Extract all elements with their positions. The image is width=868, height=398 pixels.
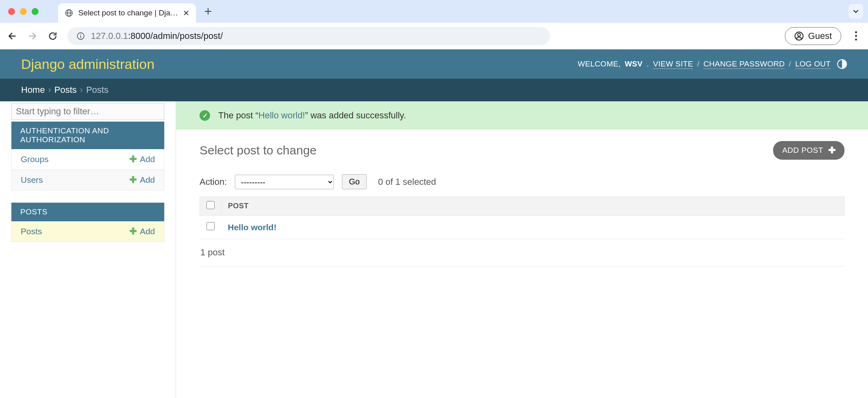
sidebar-item-groups: Groups ✚ Add (11, 149, 164, 170)
row-link[interactable]: Hello world! (228, 223, 277, 232)
tabs-dropdown-button[interactable] (849, 4, 863, 19)
app-posts: POSTS Posts ✚ Add (11, 203, 164, 242)
change-password-link[interactable]: CHANGE PASSWORD (703, 60, 785, 69)
actions-bar: Action: --------- Go 0 of 1 selected (200, 174, 844, 189)
add-post-label: ADD POST (782, 146, 823, 155)
page-title: Select post to change (200, 143, 317, 157)
plus-icon: ✚ (129, 154, 137, 165)
plus-icon: ✚ (129, 226, 137, 237)
minimize-window-button[interactable] (20, 8, 27, 15)
address-bar[interactable]: 127.0.0.1:8000/admin/posts/post/ (67, 27, 550, 45)
close-tab-icon[interactable] (183, 10, 189, 16)
posts-add-link[interactable]: ✚ Add (129, 226, 155, 237)
go-button[interactable]: Go (342, 174, 367, 189)
success-message: ✓ The post “Hello world!” was added succ… (176, 101, 868, 130)
new-tab-button[interactable] (200, 3, 216, 19)
browser-chrome: Select post to change | Djang (0, 0, 868, 49)
changelist-table: POST Hello world! (200, 197, 844, 239)
msg-pre: The post “ (218, 110, 258, 120)
breadcrumb-app[interactable]: Posts (54, 85, 77, 95)
groups-add-link[interactable]: ✚ Add (129, 154, 155, 165)
log-out-link[interactable]: LOG OUT (795, 60, 831, 69)
sidebar-item-posts: Posts ✚ Add (11, 221, 164, 242)
theme-toggle-icon[interactable] (837, 59, 847, 69)
table-row: Hello world! (200, 216, 844, 239)
view-site-link[interactable]: VIEW SITE (653, 60, 693, 69)
browser-toolbar: 127.0.0.1:8000/admin/posts/post/ Guest (0, 23, 868, 49)
plus-icon: ✚ (129, 175, 137, 185)
add-post-button[interactable]: ADD POST ✚ (773, 141, 844, 160)
item-count: 1 post (200, 239, 844, 266)
groups-link[interactable]: Groups (21, 154, 49, 164)
svg-point-11 (80, 34, 81, 34)
users-add-link[interactable]: ✚ Add (129, 175, 155, 185)
filter-input-wrapper (11, 103, 164, 120)
plus-icon: ✚ (828, 145, 836, 156)
brand-title[interactable]: Django administration (21, 56, 155, 72)
app-auth-caption[interactable]: AUTHENTICATION AND AUTHORIZATION (11, 122, 164, 149)
action-select[interactable]: --------- (235, 175, 334, 189)
success-text: The post “Hello world!” was added succes… (218, 110, 406, 121)
breadcrumb: Home › Posts › Posts (0, 79, 868, 101)
admin-sidebar: AUTHENTICATION AND AUTHORIZATION Groups … (0, 101, 176, 398)
row-checkbox[interactable] (206, 222, 215, 230)
svg-point-13 (798, 33, 801, 36)
select-all-cell (200, 197, 221, 216)
django-admin: Django administration WELCOME, WSV. VIEW… (0, 49, 868, 398)
tab-strip: Select post to change | Djang (0, 0, 868, 23)
filter-input[interactable] (16, 106, 160, 117)
selection-counter: 0 of 1 selected (378, 177, 436, 187)
breadcrumb-current: Posts (86, 85, 108, 95)
admin-header: Django administration WELCOME, WSV. VIEW… (0, 49, 868, 79)
users-link[interactable]: Users (21, 175, 43, 185)
url-text: 127.0.0.1:8000/admin/posts/post/ (91, 31, 223, 41)
admin-main: ✓ The post “Hello world!” was added succ… (176, 101, 868, 398)
msg-post: ” was added successfully. (305, 110, 406, 120)
app-auth: AUTHENTICATION AND AUTHORIZATION Groups … (11, 122, 164, 190)
url-host: 127.0.0.1 (91, 31, 128, 41)
browser-tab[interactable]: Select post to change | Djang (58, 3, 196, 23)
content-header: Select post to change ADD POST ✚ (200, 141, 844, 160)
action-label: Action: (200, 177, 227, 187)
add-label: Add (140, 154, 155, 164)
select-all-checkbox[interactable] (206, 201, 215, 209)
app-posts-caption[interactable]: POSTS (11, 203, 164, 221)
profile-chip[interactable]: Guest (785, 27, 841, 45)
user-tools: WELCOME, WSV. VIEW SITE / CHANGE PASSWOR… (578, 59, 847, 69)
msg-object-link[interactable]: Hello world! (258, 110, 305, 120)
forward-button[interactable] (27, 30, 38, 42)
back-button[interactable] (6, 30, 18, 42)
username: WSV (625, 60, 642, 68)
chevron-right-icon: › (80, 85, 83, 95)
check-icon: ✓ (200, 110, 210, 121)
globe-icon (64, 9, 73, 17)
close-window-button[interactable] (8, 8, 15, 15)
site-info-icon[interactable] (76, 32, 85, 41)
reload-button[interactable] (47, 30, 58, 42)
posts-link[interactable]: Posts (21, 227, 42, 236)
breadcrumb-home[interactable]: Home (21, 85, 45, 95)
add-label: Add (140, 175, 155, 185)
tab-title: Select post to change | Djang (78, 9, 178, 17)
welcome-text: WELCOME, (578, 60, 621, 68)
url-path: :8000/admin/posts/post/ (128, 31, 223, 41)
column-header-post[interactable]: POST (221, 197, 844, 216)
profile-label: Guest (808, 31, 832, 41)
add-label: Add (140, 227, 155, 236)
window-controls (8, 0, 39, 23)
maximize-window-button[interactable] (32, 8, 39, 15)
sidebar-item-users: Users ✚ Add (11, 170, 164, 190)
chevron-right-icon: › (48, 85, 51, 95)
browser-menu-button[interactable] (850, 31, 862, 41)
